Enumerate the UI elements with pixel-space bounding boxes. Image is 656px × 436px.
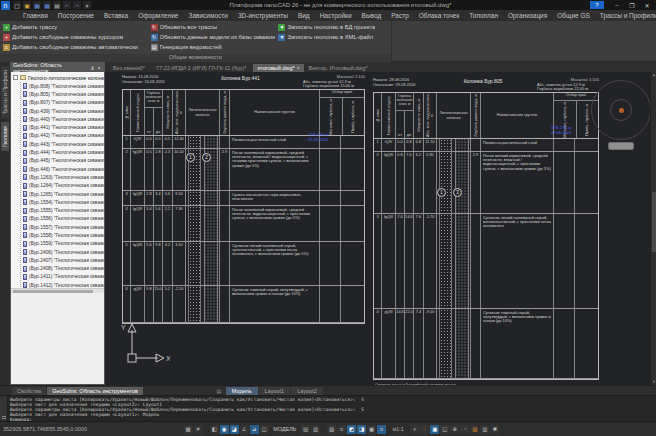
status-toggle[interactable]: ◨ xyxy=(357,425,366,434)
ribbon-button[interactable]: ▤ Генерация ведомостей xyxy=(151,42,276,52)
borehole-tree-item[interactable]: (Бур.1554) "Геологическая скважина" xyxy=(23,198,104,206)
borehole-tree-item[interactable]: (Бур.1263) "Геологическая скважина" xyxy=(23,173,104,181)
borehole-tree-item[interactable]: (Бур.2406) "Геологическая скважина" xyxy=(23,248,104,256)
ribbon-tab[interactable]: Вид xyxy=(293,10,315,21)
status-toggle[interactable]: ⊿ xyxy=(250,425,259,434)
ribbon-button[interactable]: ↻ Обновить все трассы xyxy=(151,22,276,32)
borehole-tree-item[interactable]: (Бур.442) "Геологическая скважина" xyxy=(23,132,104,140)
borehole-tree-item[interactable]: (Бур.1265) "Геологическая скважина" xyxy=(23,190,104,198)
ribbon-button[interactable]: + Добавить свободные скважины курсором xyxy=(3,32,148,42)
palette-bottom-tab[interactable]: GeoSolns: Область инструментов xyxy=(47,387,143,395)
status-toggle[interactable]: ◫ xyxy=(260,425,269,434)
drawing-tab[interactable]: Вектор. Итоговый.dwg* xyxy=(305,64,374,72)
borehole-tree-item[interactable]: (Бур.1557) "Геологическая скважина" xyxy=(23,223,104,231)
borehole-tree-item[interactable]: (Бур.444) "Геологическая скважина" xyxy=(23,148,104,156)
borehole-tree-item[interactable]: (Бур.1555) "Геологическая скважина" xyxy=(23,206,104,214)
quick-access-icon[interactable]: ▦ xyxy=(33,1,41,9)
borehole-tree-item[interactable]: (Бур.1559) "Геологическая скважина" xyxy=(23,240,104,248)
close-icon[interactable]: × xyxy=(96,65,102,71)
drawing-tab[interactable]: 77-22-ИГДИ-2 (ИГИ) ГЛ-ГК-11 (бур)* xyxy=(152,64,253,72)
nav-wheel-button[interactable] xyxy=(608,142,634,150)
ribbon-tab[interactable]: Построение xyxy=(53,10,99,21)
quick-access-icon[interactable]: ▾ xyxy=(83,1,91,9)
status-toggle[interactable]: ▣ xyxy=(367,425,376,434)
sheet-set-icon[interactable]: ▤ xyxy=(214,387,224,395)
ribbon-button[interactable]: ▼ Записать геологию в XML-файл xyxy=(278,32,391,42)
status-toggle[interactable]: ◉ xyxy=(220,425,229,434)
ribbon-tab[interactable]: Трассы и Профили xyxy=(595,10,656,21)
status-icon[interactable]: ▦ xyxy=(184,425,193,434)
borehole-tree-item[interactable]: (Бур.2408) "Геологическая скважина" xyxy=(23,265,104,273)
status-icon[interactable]: ◌ xyxy=(420,425,429,434)
layout-tab[interactable]: Модель xyxy=(226,387,258,395)
borehole-tree-item[interactable]: (Бур.1556) "Геологическая скважина" xyxy=(23,215,104,223)
status-icon[interactable]: ▣ xyxy=(430,425,439,434)
canvas-v-scrollbar[interactable]: ▲ ▼ xyxy=(650,72,656,385)
borehole-tree-item[interactable]: (Бур.2407) "Геологическая скважина" xyxy=(23,256,104,264)
status-icon[interactable]: ◐ xyxy=(410,425,419,434)
ribbon-tab[interactable]: Облака точек xyxy=(414,10,465,21)
ribbon-button[interactable]: + Добавить трассу xyxy=(3,22,148,32)
borehole-tree-item[interactable]: (Бур.1264) "Геологическая скважина" xyxy=(23,182,104,190)
command-line-grip-icon[interactable] xyxy=(0,396,8,421)
status-toggle[interactable]: ▧ xyxy=(327,425,336,434)
borehole-tree-item[interactable]: (Бур.440) "Геологическая скважина" xyxy=(23,115,104,123)
palette-bottom-tab[interactable]: Свойства xyxy=(12,387,46,395)
ribbon-tab[interactable]: Топоплан xyxy=(464,10,503,21)
quick-access-icon[interactable]: ▦ xyxy=(43,1,51,9)
navigation-wheel[interactable] xyxy=(591,80,651,140)
status-icon[interactable]: ◱ xyxy=(440,425,449,434)
window-control-button[interactable]: – xyxy=(610,1,624,10)
window-control-button[interactable]: ❐ xyxy=(625,1,639,10)
status-icon[interactable]: ✱ xyxy=(490,425,499,434)
ribbon-tab[interactable]: Главная xyxy=(18,10,53,21)
window-control-button[interactable]: ✕ xyxy=(640,1,654,10)
layout-tab[interactable]: Layout1 xyxy=(259,387,291,395)
ribbon-button[interactable]: ▼ Записать геологию в БД проекта xyxy=(278,22,391,32)
borehole-tree-item[interactable]: (Бур.805) "Геологическая скважина" xyxy=(23,90,104,98)
scale-indicator[interactable]: м1:1 xyxy=(392,426,403,432)
borehole-tree-item[interactable]: (Бур.439) "Геологическая скважина" xyxy=(23,107,104,115)
ribbon-tab[interactable]: Вывод xyxy=(357,10,387,21)
palette-h-scrollbar[interactable] xyxy=(11,288,104,293)
collapse-icon[interactable] xyxy=(13,75,18,80)
ribbon-tab[interactable]: Организация xyxy=(503,10,552,21)
borehole-tree-item[interactable]: (Бур.446) "Геологическая скважина" xyxy=(23,165,104,173)
borehole-tree-item[interactable]: (Бур.808) "Геологическая скважина" xyxy=(23,82,104,90)
drawing-tab[interactable]: Без имени0* xyxy=(109,64,151,72)
quick-access-icon[interactable]: ▣ xyxy=(23,1,31,9)
quick-access-icon[interactable]: → xyxy=(73,1,81,9)
status-icon[interactable]: # xyxy=(194,425,203,434)
status-toggle[interactable]: ◩ xyxy=(347,425,356,434)
borehole-tree-item[interactable]: (Бур.441) "Геологическая скважина" xyxy=(23,123,104,131)
status-toggle[interactable]: ◧ xyxy=(210,425,219,434)
help-button[interactable]: ? xyxy=(590,1,604,9)
drawing-canvas[interactable]: Начало: 15.08.2016 Окончание: 16.08.2016… xyxy=(105,72,656,385)
tree-root[interactable]: Геолого-литологические колонки xyxy=(13,73,104,82)
status-icon[interactable]: ▥ xyxy=(480,425,489,434)
ribbon-tab[interactable]: Вставка xyxy=(99,10,133,21)
status-icon[interactable]: ◔ xyxy=(460,425,469,434)
ribbon-tab[interactable]: Оформление xyxy=(133,10,183,21)
ribbon-tab[interactable]: 3D-инструменты xyxy=(233,10,293,21)
status-icon[interactable]: ▥ xyxy=(311,425,320,434)
ribbon-tab[interactable]: Настройки xyxy=(315,10,357,21)
ribbon-tab[interactable]: Растр xyxy=(386,10,414,21)
quick-access-icon[interactable]: ▢ xyxy=(13,1,21,9)
borehole-tree-item[interactable]: (Бур.807) "Геологическая скважина" xyxy=(23,99,104,107)
layout-tab[interactable]: Layout2 xyxy=(291,387,323,395)
drawing-tab[interactable]: итоговый.dwg*× xyxy=(253,64,303,72)
borehole-tree-item[interactable]: (Бур.1411) "Геологическая скважина" xyxy=(23,273,104,281)
tab-close-icon[interactable]: × xyxy=(297,65,300,71)
ribbon-button[interactable]: ↻ Обновить данные модели из базы скважин xyxy=(151,32,276,42)
status-icon[interactable]: ▨ xyxy=(470,425,479,434)
ribbon-tab[interactable]: Зависимости xyxy=(183,10,232,21)
status-toggle[interactable]: ◪ xyxy=(230,425,239,434)
ribbon-button[interactable]: ≡ Добавить свободные скважины автоматиче… xyxy=(3,42,148,52)
model-space-indicator[interactable]: МОДЕЛЬ xyxy=(273,426,296,432)
borehole-tree-item[interactable]: (Бур.1558) "Геологическая скважина" xyxy=(23,231,104,239)
quick-access-icon[interactable]: ▤ xyxy=(53,1,61,9)
borehole-tree-item[interactable]: (Бур.443) "Геологическая скважина" xyxy=(23,140,104,148)
status-icon[interactable]: ⊕ xyxy=(450,425,459,434)
side-vertical-tab[interactable]: Геология xyxy=(1,122,9,151)
